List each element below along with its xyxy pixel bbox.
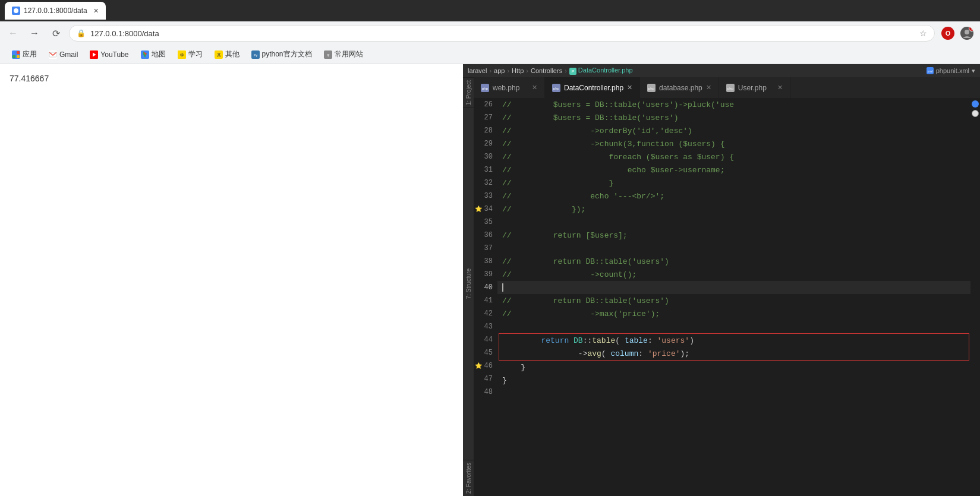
line-num-33: 33: [474, 189, 497, 203]
lock-icon: 🔒: [77, 29, 86, 37]
bookmark-46-icon: ⭐: [475, 362, 482, 369]
tab-close-icon[interactable]: ✕: [93, 7, 99, 15]
favorites-panel-label[interactable]: 2: Favorites: [463, 460, 474, 496]
forward-button[interactable]: →: [26, 25, 43, 42]
bookmark-python[interactable]: Py python官方文档: [247, 47, 317, 62]
bookmark-star-icon[interactable]: ☆: [919, 29, 927, 38]
browser-tab-active[interactable]: 127.0.0.1:8000/data ✕: [5, 2, 106, 20]
structure-panel-label[interactable]: 7: Structure: [463, 108, 474, 460]
ide-tab-database-php[interactable]: php database.php ✕: [640, 77, 719, 98]
code-line-47: }: [497, 374, 970, 387]
code-plain-43: [502, 323, 507, 331]
address-text: 127.0.0.1:8000/data: [90, 29, 915, 38]
profile-button[interactable]: 1: [959, 25, 975, 42]
code-line-36: // return [$users];: [497, 229, 970, 242]
svg-text:xml: xml: [927, 69, 932, 73]
bookmark-common[interactable]: 常 常用网站: [319, 47, 368, 62]
ext-side-icon[interactable]: [972, 110, 979, 117]
ide-tab-datacontroller-close[interactable]: ✕: [627, 84, 632, 91]
line-num-47: 47: [474, 372, 497, 386]
code-comment-34: // });: [502, 205, 585, 214]
code-comment-39: // ->count();: [502, 270, 636, 279]
refresh-button[interactable]: ⟳: [48, 25, 64, 42]
chrome-side-icon[interactable]: [972, 100, 979, 108]
code-comment-41: // return DB::table('users'): [502, 296, 669, 305]
back-button[interactable]: ←: [5, 25, 21, 42]
code-lines[interactable]: // $users = DB::table('users')->pluck('u…: [497, 98, 970, 496]
code-line-39: // ->count();: [497, 268, 970, 281]
line-num-39: 39: [474, 268, 497, 281]
opera-button[interactable]: O: [940, 25, 956, 42]
svg-rect-2: [12, 51, 15, 54]
code-comment-42: // ->max('price');: [502, 309, 660, 318]
code-comment-26: // $users = DB::table('users')->pluck('u…: [502, 100, 734, 109]
code-indent-46: [502, 363, 521, 372]
svg-text:学: 学: [179, 53, 184, 57]
bookmark-apps[interactable]: 应用: [7, 47, 42, 62]
code-line-32: // }: [497, 176, 970, 189]
maps-favicon: [141, 50, 149, 59]
line-num-31: 31: [474, 163, 497, 176]
code-line-35: [497, 216, 970, 229]
ide-tab-datacontroller[interactable]: php DataController.php ✕: [545, 77, 640, 98]
page-value: 77.416667: [10, 74, 49, 83]
bc-controllers[interactable]: Controllers: [531, 67, 562, 74]
bookmark-maps[interactable]: 地图: [136, 47, 171, 62]
svg-rect-3: [17, 51, 20, 54]
code-comment-36: // return [$users];: [502, 231, 628, 240]
ide-tab-web-php[interactable]: php web.php ✕: [474, 77, 545, 98]
code-brace-46: }: [521, 363, 525, 372]
code-line-27: // $users = DB::table('users'): [497, 111, 970, 124]
ide-main: 1: Project 7: Structure 2: Favorites php…: [463, 77, 980, 496]
ide-ext-phpunit[interactable]: xml phpunit.xml ▾: [927, 67, 975, 75]
code-line-42: // ->max('price');: [497, 307, 970, 320]
youtube-favicon: [90, 50, 98, 59]
code-avg-fn: avg: [587, 349, 601, 358]
ide-tab-user-php-close[interactable]: ✕: [777, 84, 783, 91]
project-panel-label[interactable]: 1: Project: [463, 77, 474, 108]
ide-tabs: php web.php ✕ php DataController.php ✕ p…: [474, 77, 980, 98]
address-bar[interactable]: 🔒 127.0.0.1:8000/data ☆: [69, 25, 935, 42]
line-num-34: ⭐ 34: [474, 203, 497, 216]
svg-rect-4: [12, 55, 15, 58]
bc-laravel[interactable]: laravel: [468, 67, 487, 74]
code-comment-27: // $users = DB::table('users'): [502, 113, 678, 122]
apps-favicon: [12, 50, 20, 59]
code-param-table: table: [620, 336, 648, 345]
ide-tab-web-php-close[interactable]: ✕: [532, 84, 537, 91]
bc-sep2: ›: [507, 67, 509, 74]
line-num-46: ⭐ 46: [474, 359, 497, 372]
bookmark-other[interactable]: 其 其他: [210, 47, 244, 62]
code-param-column: column: [606, 349, 639, 358]
editor-area: php web.php ✕ php DataController.php ✕ p…: [474, 77, 980, 496]
bc-app[interactable]: app: [494, 67, 505, 74]
line-num-26: 26: [474, 98, 497, 111]
code-line-44: return DB :: table ( table : 'users' ): [499, 334, 969, 347]
code-comment-32: // }: [502, 179, 613, 188]
code-brace-47: }: [502, 376, 507, 385]
page-content: 77.416667: [0, 64, 463, 496]
bookmark-youtube[interactable]: YouTube: [85, 48, 133, 61]
code-line-34: // });: [497, 203, 970, 216]
ide-breadcrumb: laravel › app › Http › Controllers › PDa…: [463, 64, 980, 77]
svg-text:php: php: [553, 87, 560, 90]
common-favicon: 常: [324, 50, 332, 59]
profile-badge: 1: [969, 27, 973, 31]
ide-tab-user-php[interactable]: php User.php ✕: [719, 77, 790, 98]
tab-bar: 127.0.0.1:8000/data ✕: [0, 0, 980, 21]
bookmark-gmail[interactable]: Gmail: [44, 48, 83, 61]
php-file-icon: php: [481, 84, 489, 92]
line-numbers: 26 27 28 29 30 31 32 33 ⭐ 34 35 36: [474, 98, 497, 496]
code-line-37: [497, 242, 970, 255]
code-indent-44: [504, 336, 541, 345]
ide-tab-database-php-close[interactable]: ✕: [706, 84, 711, 91]
dropdown-arrow-icon: ▾: [972, 67, 975, 75]
bookmark-learn[interactable]: 学 学习: [173, 47, 207, 62]
browser-chrome: 127.0.0.1:8000/data ✕ ← → ⟳ 🔒 127.0.0.1:…: [0, 0, 980, 64]
line-num-29: 29: [474, 137, 497, 150]
svg-point-1: [965, 30, 969, 34]
bookmark-other-label: 其他: [225, 49, 240, 59]
line-num-35: 35: [474, 216, 497, 229]
bc-http[interactable]: Http: [512, 67, 524, 74]
svg-point-0: [14, 8, 18, 13]
